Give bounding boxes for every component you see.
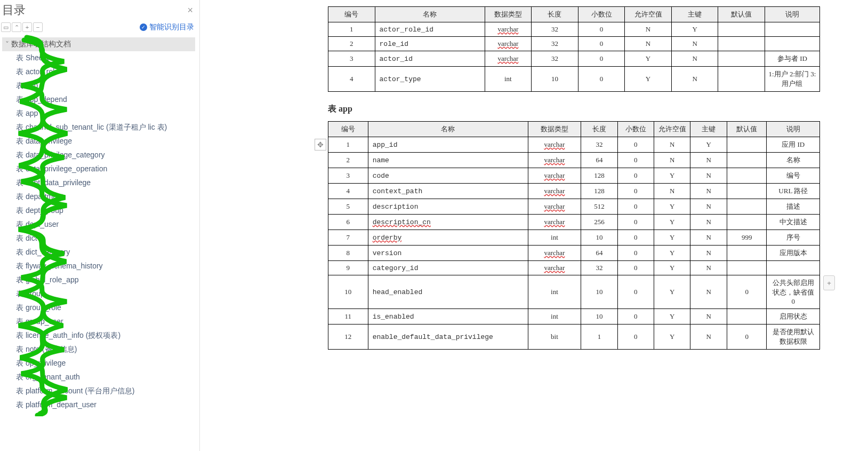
close-icon[interactable]: ×: [185, 5, 195, 16]
tree-item[interactable]: 表 dept_data_privilege: [16, 176, 195, 190]
table-cell: 0: [578, 51, 625, 67]
table-cell: N: [690, 184, 727, 199]
table-cell: [727, 153, 767, 168]
smart-detect-link[interactable]: ✓ 智能识别目录: [140, 22, 194, 32]
table-row: 4context_pathvarchar1280NNURL 路径: [328, 184, 820, 199]
tree-item[interactable]: 表 app_depend: [16, 93, 195, 107]
tree-item[interactable]: 表 note (备注信息): [16, 343, 195, 357]
table-cell: is_enabled: [368, 309, 528, 325]
table-cell: category_id: [368, 261, 528, 275]
col-header: 默认值: [727, 122, 767, 137]
table-cell: 4: [328, 67, 375, 92]
table-cell: 中文描述: [767, 215, 820, 230]
table-row: 3codevarchar1280YN编号: [328, 168, 820, 184]
col-header: 编号: [328, 122, 368, 137]
sidebar-header: 目录 ×: [0, 0, 199, 19]
chevron-down-icon: ˅: [5, 40, 9, 49]
table-cell: N: [690, 153, 727, 168]
tree-item[interactable]: 表 op_privilege: [16, 357, 195, 370]
tree-item[interactable]: 表 license_auth_info (授权项表): [16, 329, 195, 343]
toolbar-minus-icon[interactable]: −: [33, 22, 43, 32]
table-cell: N: [690, 199, 727, 215]
table-cell: 10: [581, 275, 617, 309]
tree-item[interactable]: 表 app: [16, 107, 195, 121]
table-row: 9category_idvarchar320YN: [328, 261, 820, 275]
table-cell: Y: [654, 199, 690, 215]
table-row: 8versionvarchar640YN应用版本: [328, 246, 820, 261]
tree-item[interactable]: 表 group: [16, 287, 195, 301]
tree-item[interactable]: 表 platform_account (平台用户信息): [16, 384, 195, 398]
table-cell: N: [671, 37, 718, 51]
table-cell: N: [690, 168, 727, 184]
table-cell: N: [690, 309, 727, 325]
col-header: 长度: [581, 122, 617, 137]
toolbar-icon-1[interactable]: ▭: [1, 22, 11, 32]
table-cell: 序号: [767, 230, 820, 246]
table-cell: 3: [328, 168, 368, 184]
col-header: 允许空值: [625, 7, 672, 22]
table-cell: [727, 309, 767, 325]
tree-item[interactable]: 表 data_privilege_category: [16, 148, 195, 162]
tree-item[interactable]: 表 dict: [16, 232, 195, 246]
table-cell: 0: [578, 67, 625, 92]
table-cell: 0: [578, 22, 625, 37]
sidebar-toolbar: ▭ ⌃ + − ✓ 智能识别目录: [0, 19, 199, 37]
tree-item[interactable]: 表 global_role_app: [16, 273, 195, 287]
table-cell: N: [625, 37, 672, 51]
tree-item[interactable]: 表 flyway_schema_history: [16, 259, 195, 273]
table-cell: 0: [617, 184, 654, 199]
tree-item[interactable]: 表 data_privilege_operation: [16, 162, 195, 176]
tree-item[interactable]: 表 platform_depart_user: [16, 398, 195, 412]
table-cell: Y: [690, 137, 727, 153]
table-cell: varchar: [528, 137, 581, 153]
tree-item[interactable]: 表 group_user: [16, 315, 195, 329]
toolbar-icon-2[interactable]: ⌃: [12, 22, 21, 32]
table-cell: N: [654, 153, 690, 168]
table-cell: 0: [617, 261, 654, 275]
col-header: 小数位: [578, 7, 625, 22]
toolbar-plus-icon[interactable]: +: [22, 22, 32, 32]
table-cell: Y: [654, 309, 690, 325]
col-header: 允许空值: [654, 122, 690, 137]
table-row: 1app_idvarchar320NY应用 ID: [328, 137, 820, 153]
col-header: 说明: [765, 7, 819, 22]
col-header: 小数位: [617, 122, 654, 137]
table-cell: URL 路径: [767, 184, 820, 199]
table-cell: 32: [581, 137, 617, 153]
table-cell: 5: [328, 199, 368, 215]
add-button[interactable]: +: [823, 275, 835, 290]
tree-item[interactable]: 表 dept_user: [16, 218, 195, 232]
tree-item[interactable]: 表 actor_role: [16, 65, 195, 79]
tree-item[interactable]: 表 dict_category: [16, 246, 195, 259]
document-area: 编号名称数据类型长度小数位允许空值主键默认值说明 1actor_role_idv…: [296, 0, 868, 451]
tree-item[interactable]: 表 Sheet1: [16, 51, 195, 65]
tree-item[interactable]: 表 channel_sub_tenant_lic (渠道子租户 lic 表): [16, 121, 195, 134]
table-cell: 是否使用默认数据权限: [767, 325, 820, 350]
table-cell: varchar: [485, 22, 532, 37]
table-cell: 参与者 ID: [765, 51, 819, 67]
sidebar-title: 目录: [2, 2, 26, 18]
table-cell: 0: [617, 153, 654, 168]
table-cell: 启用状态: [767, 309, 820, 325]
table-cell: [765, 22, 819, 37]
smart-detect-icon: ✓: [140, 23, 147, 31]
table-row: 10head_enabledint100YN0公共头部启用状态，缺省值 0: [328, 275, 820, 309]
table-cell: [718, 67, 765, 92]
table-cell: 3: [328, 51, 375, 67]
tree-item[interactable]: 表 org_tenant_auth: [16, 370, 195, 384]
table-cell: [727, 246, 767, 261]
table-cell: 0: [617, 275, 654, 309]
table-cell: 名称: [767, 153, 820, 168]
tree-item[interactable]: 表 dept_group: [16, 204, 195, 218]
table-cell: context_path: [368, 184, 528, 199]
table-cell: N: [671, 67, 718, 92]
tree-item[interactable]: 表 app: [16, 79, 195, 93]
table-cell: [727, 199, 767, 215]
move-handle-icon[interactable]: ✥: [315, 139, 326, 151]
tree-item[interactable]: 表 department: [16, 190, 195, 204]
tree-item[interactable]: 表 data_privilege: [16, 134, 195, 148]
tree-root[interactable]: ˅ 数据库表结构文档: [2, 37, 195, 51]
table-cell: varchar: [528, 168, 581, 184]
tree-item[interactable]: 表 group_role: [16, 301, 195, 315]
table-cell: [765, 37, 819, 51]
